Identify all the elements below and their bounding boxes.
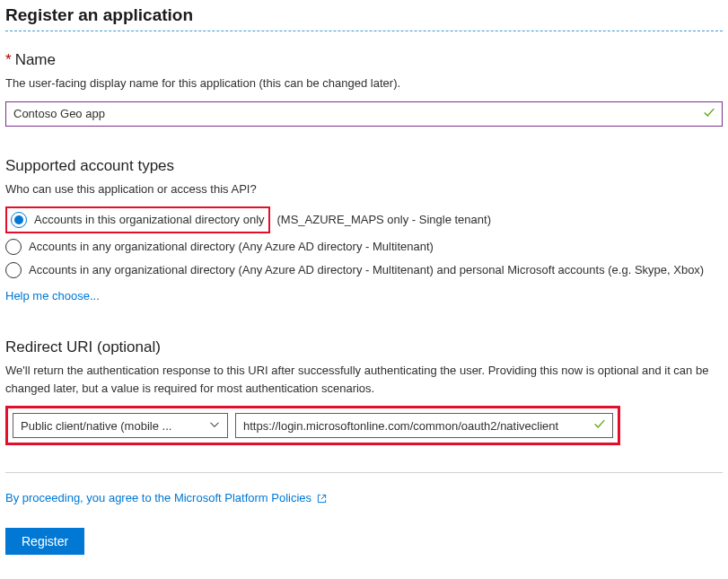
radio-label: Accounts in any organizational directory… <box>29 237 434 257</box>
dropdown-selected-text: Public client/native (mobile ... <box>21 419 209 433</box>
radio-label: Accounts in any organizational directory… <box>29 260 704 280</box>
help-me-choose-link[interactable]: Help me choose... <box>5 289 100 303</box>
register-button[interactable]: Register <box>5 528 84 555</box>
radio-icon <box>5 239 22 255</box>
highlight-box-selected-option: Accounts in this organizational director… <box>5 206 270 233</box>
radio-label-suffix: (MS_AZURE_MAPS only - Single tenant) <box>277 210 491 230</box>
chevron-down-icon <box>209 419 220 433</box>
account-types-radio-group: Accounts in this organizational director… <box>5 206 723 280</box>
policy-row: By proceeding, you agree to the Microsof… <box>5 491 723 506</box>
name-label: Name <box>15 51 56 68</box>
account-types-heading: Supported account types <box>5 157 723 175</box>
redirect-type-dropdown[interactable]: Public client/native (mobile ... <box>13 413 228 438</box>
name-helper: The user-facing display name for this ap… <box>5 75 723 92</box>
account-types-question: Who can use this application or access t… <box>5 180 723 198</box>
radio-label: Accounts in this organizational director… <box>34 210 265 230</box>
radio-icon <box>5 262 22 278</box>
policy-prefix: By proceeding, you agree to the <box>5 491 174 504</box>
highlight-box-redirect: Public client/native (mobile ... <box>5 406 620 445</box>
page-title: Register an application <box>5 5 723 25</box>
account-type-option-2[interactable]: Accounts in any organizational directory… <box>5 260 723 280</box>
footer-divider <box>5 472 723 473</box>
required-star: * <box>5 51 12 68</box>
app-name-input[interactable] <box>5 101 723 127</box>
header-divider <box>5 31 723 31</box>
account-type-option-0[interactable]: Accounts in this organizational director… <box>5 206 723 233</box>
redirect-helper: We'll return the authentication response… <box>5 362 723 397</box>
platform-policies-link[interactable]: Microsoft Platform Policies <box>174 491 311 504</box>
account-type-option-1[interactable]: Accounts in any organizational directory… <box>5 237 723 257</box>
name-heading: *Name <box>5 51 723 69</box>
external-link-icon <box>317 493 327 506</box>
redirect-uri-input[interactable] <box>235 413 613 438</box>
radio-icon <box>11 212 27 228</box>
redirect-heading: Redirect URI (optional) <box>5 338 723 356</box>
